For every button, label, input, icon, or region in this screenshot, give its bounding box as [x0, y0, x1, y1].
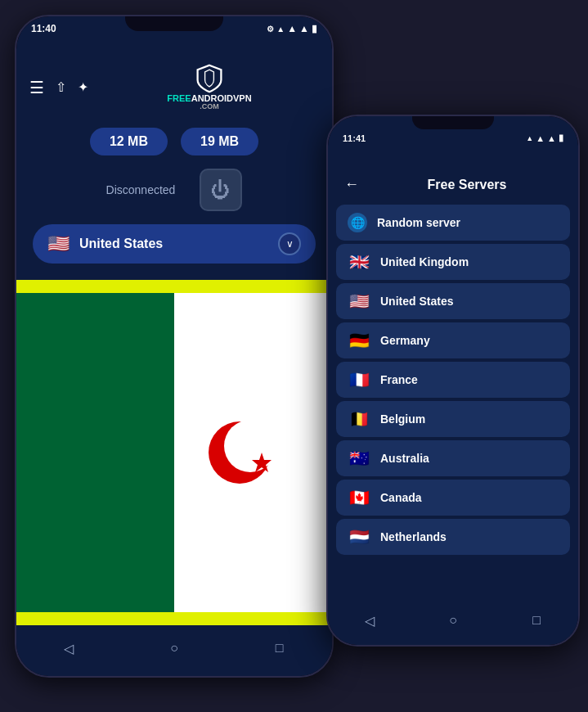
bottom-nav-2: ◁ ○ □: [328, 599, 578, 645]
notification-icon: ▲: [276, 25, 285, 34]
back-button-2[interactable]: ◁: [358, 609, 381, 632]
flag-uk: 🇬🇧: [348, 252, 370, 272]
stats-row: 12 MB 19 MB: [16, 119, 332, 164]
server-name-random: Random server: [377, 216, 460, 229]
crescent-star: [195, 403, 293, 502]
server-item-us[interactable]: 🇺🇸 United States: [336, 283, 570, 319]
server-name-nl: Netherlands: [380, 530, 447, 543]
flag-fr: 🇫🇷: [348, 370, 370, 390]
status-icons: ⚙ ▲ ▲ ▲ ▮: [267, 23, 317, 34]
server-name-be: Belgium: [380, 412, 425, 426]
flag-us: 🇺🇸: [348, 291, 370, 311]
logo-text: FREEANDROIDVPN .COM: [167, 93, 251, 111]
share-icon[interactable]: ⇧: [56, 79, 66, 95]
power-button[interactable]: ⏻: [200, 169, 242, 211]
flag-display: [16, 293, 332, 612]
wifi-icon: ▲: [287, 23, 297, 34]
server-item-ca[interactable]: 🇨🇦 Canada: [336, 480, 570, 516]
logo: FREEANDROIDVPN .COM: [167, 64, 251, 111]
flag-green-half: [16, 293, 174, 612]
battery-icon-2: ▮: [559, 133, 563, 143]
upload-stat: 19 MB: [181, 128, 258, 155]
rate-icon[interactable]: ✦: [78, 79, 88, 95]
menu-icon[interactable]: ☰: [29, 78, 44, 97]
back-arrow-button[interactable]: ←: [341, 173, 362, 196]
server-item-fr[interactable]: 🇫🇷 France: [336, 362, 570, 398]
ad-banner-bottom: [16, 612, 332, 625]
notch2: [412, 116, 494, 129]
server-name-us: United States: [380, 295, 453, 308]
flag-de: 🇩🇪: [348, 331, 370, 350]
servers-title: Free Servers: [369, 178, 565, 192]
country-selector[interactable]: 🇺🇸 United States ∨: [33, 224, 316, 264]
connection-status: Disconnected: [106, 183, 176, 196]
phone1-device: 11:40 ⚙ ▲ ▲ ▲ ▮ ☰ ⇧ ✦: [15, 15, 334, 678]
shield-svg: [195, 64, 224, 93]
flag-white-half: [174, 293, 332, 612]
svg-point-1: [224, 420, 276, 472]
download-stat: 12 MB: [90, 128, 168, 155]
phone2-device: 11:41 ▲ ▲ ▲ ▮ ← Free Servers 🌐 Random se…: [326, 115, 580, 647]
settings-icon: ⚙: [267, 25, 274, 34]
server-item-de[interactable]: 🇩🇪 Germany: [336, 322, 570, 358]
ad-banner-top: [16, 280, 332, 293]
flag-au: 🇦🇺: [348, 448, 370, 468]
server-list: 🌐 Random server 🇬🇧 United Kingdom 🇺🇸 Uni…: [328, 205, 578, 599]
signal-icon-2: ▲: [547, 133, 556, 143]
chevron-down-icon: ∨: [278, 232, 301, 255]
battery-icon: ▮: [312, 23, 317, 34]
server-item-uk[interactable]: 🇬🇧 United Kingdom: [336, 244, 570, 280]
flag-be: 🇧🇪: [348, 409, 370, 429]
server-name-ca: Canada: [380, 491, 422, 504]
location-icon: ▲: [526, 134, 533, 142]
server-name-au: Australia: [380, 452, 429, 465]
servers-header: ← Free Servers: [328, 146, 578, 205]
status-icons-2: ▲ ▲ ▲ ▮: [526, 133, 563, 143]
server-name-fr: France: [380, 373, 418, 386]
signal-icon: ▲: [299, 23, 309, 34]
status-time-area: 11:40: [31, 23, 56, 34]
crescent-svg: [195, 403, 293, 502]
recents-button-2[interactable]: □: [525, 609, 548, 632]
notch1: [125, 16, 223, 31]
server-item-be[interactable]: 🇧🇪 Belgium: [336, 401, 570, 437]
home-button-2[interactable]: ○: [442, 609, 465, 632]
time-display: 11:40: [31, 23, 56, 34]
wifi-icon-2: ▲: [536, 133, 545, 143]
server-item-random[interactable]: 🌐 Random server: [336, 205, 570, 241]
flag-nl: 🇳🇱: [348, 527, 370, 547]
server-item-au[interactable]: 🇦🇺 Australia: [336, 440, 570, 476]
status-time-2: 11:41: [343, 133, 366, 143]
back-button-1[interactable]: ◁: [57, 637, 80, 660]
algeria-flag: [16, 293, 332, 612]
globe-icon: 🌐: [348, 213, 367, 232]
country-flag: 🇺🇸: [47, 233, 70, 255]
server-name-de: Germany: [380, 334, 430, 347]
server-item-nl[interactable]: 🇳🇱 Netherlands: [336, 519, 570, 555]
country-name: United States: [79, 237, 268, 251]
power-icon: ⏻: [211, 178, 231, 201]
disconnect-row: Disconnected ⏻: [16, 164, 332, 216]
logo-area: FREEANDROIDVPN .COM: [100, 64, 319, 111]
bottom-nav-1: ◁ ○ □: [16, 625, 332, 676]
app-header: ☰ ⇧ ✦ FREEANDROIDVPN .COM: [16, 38, 332, 119]
time-display-2: 11:41: [343, 133, 366, 143]
server-name-uk: United Kingdom: [380, 255, 469, 268]
home-button-1[interactable]: ○: [163, 637, 186, 660]
flag-ca: 🇨🇦: [348, 488, 370, 507]
recents-button-1[interactable]: □: [268, 637, 291, 660]
